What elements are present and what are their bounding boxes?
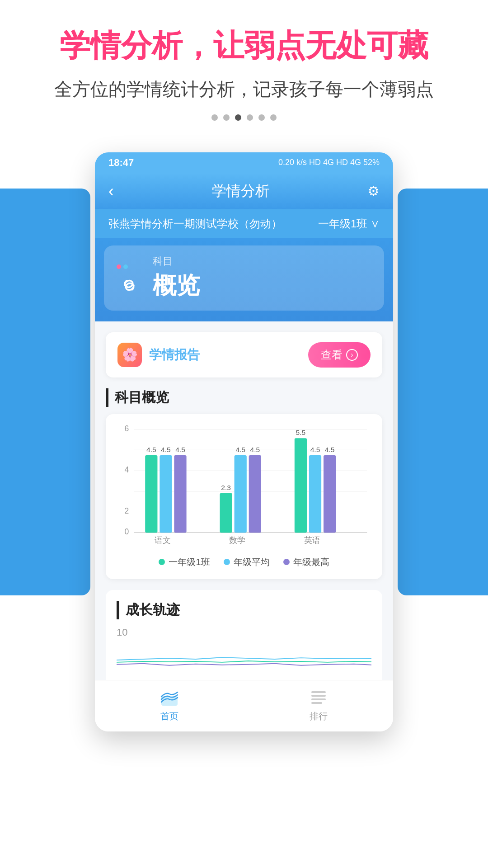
legend-item-2: 年级平均 xyxy=(224,556,270,568)
svg-rect-18 xyxy=(220,493,232,533)
report-left: 🌸 学情报告 xyxy=(117,343,200,367)
view-report-button[interactable]: 查看 › xyxy=(308,342,371,368)
legend-item-1: 一年级1班 xyxy=(159,556,210,568)
svg-text:2: 2 xyxy=(125,506,129,515)
svg-text:4.5: 4.5 xyxy=(310,446,320,453)
nav-label-home: 首页 xyxy=(160,710,178,722)
svg-rect-12 xyxy=(160,455,172,533)
status-time: 18:47 xyxy=(108,157,134,169)
report-title: 学情报告 xyxy=(149,346,200,363)
phone-frame: 18:47 0.20 k/s HD 4G HD 4G 52% ‹ 学情分析 ⚙ … xyxy=(95,152,393,731)
svg-text:6: 6 xyxy=(125,425,129,433)
status-icons: 0.20 k/s HD 4G HD 4G 52% xyxy=(278,158,380,167)
dot-2 xyxy=(223,114,230,121)
view-btn-label: 查看 xyxy=(321,348,343,362)
svg-text:2.3: 2.3 xyxy=(221,484,231,491)
view-btn-arrow-icon: › xyxy=(346,349,358,361)
svg-text:4.5: 4.5 xyxy=(161,446,171,453)
promo-title: 学情分析，让弱点无处可藏 xyxy=(18,27,470,64)
svg-rect-11 xyxy=(145,455,157,533)
header-title: 学情分析 xyxy=(212,181,270,201)
svg-text:4.5: 4.5 xyxy=(146,446,156,453)
blue-bg-left xyxy=(0,189,90,595)
svg-rect-35 xyxy=(311,698,326,700)
subject-tab-area: 科目 概览 xyxy=(95,238,393,321)
growth-y-label: 10 xyxy=(117,627,371,638)
blue-bg-right xyxy=(398,189,488,595)
bottom-spacer xyxy=(0,731,488,768)
subject-small-label: 科目 xyxy=(153,255,371,268)
svg-text:英语: 英语 xyxy=(304,535,320,544)
dot-4 xyxy=(247,114,253,121)
subject-big-label: 概览 xyxy=(153,270,371,302)
flower-icon: 🌸 xyxy=(117,343,142,367)
svg-rect-13 xyxy=(174,455,186,533)
svg-text:4.5: 4.5 xyxy=(235,446,245,453)
legend-label-3: 年级最高 xyxy=(293,556,329,568)
svg-text:4.5: 4.5 xyxy=(325,446,335,453)
subject-label-wrap: 科目 概览 xyxy=(153,255,371,302)
svg-text:4: 4 xyxy=(125,465,129,474)
nav-label-rank: 排行 xyxy=(310,710,328,722)
svg-rect-26 xyxy=(309,455,321,533)
content-area: 🌸 学情报告 查看 › 科目概览 xyxy=(95,321,393,680)
chart-legend: 一年级1班 年级平均 年级最高 xyxy=(117,556,371,568)
status-right-icons: 0.20 k/s HD 4G HD 4G 52% xyxy=(278,158,380,167)
svg-text:4.5: 4.5 xyxy=(175,446,185,453)
legend-dot-3 xyxy=(283,559,290,565)
subject-overview-section: 科目概览 6 4 2 0 xyxy=(106,388,382,579)
svg-text:5.5: 5.5 xyxy=(296,429,306,436)
bottom-nav: 首页 排行 xyxy=(95,680,393,731)
nav-item-home[interactable]: 首页 xyxy=(160,688,179,722)
growth-chart-svg xyxy=(117,642,371,678)
home-icon xyxy=(160,688,179,708)
svg-text:数学: 数学 xyxy=(229,535,245,544)
app-header: ‹ 学情分析 ⚙ xyxy=(95,173,393,209)
report-card: 🌸 学情报告 查看 › xyxy=(106,332,382,377)
svg-text:4.5: 4.5 xyxy=(250,446,260,453)
school-name: 张燕学情分析一期测试学校（勿动） xyxy=(108,217,282,231)
legend-label-1: 一年级1班 xyxy=(169,556,210,568)
svg-rect-20 xyxy=(249,455,261,533)
svg-rect-36 xyxy=(311,702,322,704)
back-button[interactable]: ‹ xyxy=(108,182,114,201)
legend-dot-1 xyxy=(159,559,165,565)
school-bar: 张燕学情分析一期测试学校（勿动） 一年级1班 ∨ xyxy=(95,209,393,238)
svg-text:语文: 语文 xyxy=(155,535,171,544)
subject-dots xyxy=(117,264,144,269)
dot-1 xyxy=(211,114,218,121)
settings-button[interactable]: ⚙ xyxy=(367,183,380,199)
class-selector[interactable]: 一年级1班 ∨ xyxy=(318,217,380,231)
dot-3 xyxy=(235,114,241,121)
dot-5 xyxy=(258,114,265,121)
dot-pink xyxy=(117,264,121,269)
dots-row xyxy=(18,114,470,121)
subject-icon-wrap xyxy=(117,264,144,292)
rank-icon xyxy=(309,688,328,708)
promo-subtitle: 全方位的学情统计分析，记录孩子每一个薄弱点 xyxy=(18,77,470,102)
legend-dot-2 xyxy=(224,559,230,565)
subject-card[interactable]: 科目 概览 xyxy=(104,245,384,311)
svg-rect-33 xyxy=(311,691,326,693)
growth-section: 成长轨迹 10 xyxy=(106,590,382,680)
nav-item-rank[interactable]: 排行 xyxy=(309,688,328,722)
svg-rect-19 xyxy=(235,455,247,533)
legend-label-2: 年级平均 xyxy=(234,556,270,568)
svg-rect-27 xyxy=(324,455,336,533)
bar-chart-svg: 6 4 2 0 4.5 4.5 4.5 xyxy=(117,425,371,548)
phone-mockup-wrapper: 18:47 0.20 k/s HD 4G HD 4G 52% ‹ 学情分析 ⚙ … xyxy=(0,152,488,731)
dot-6 xyxy=(270,114,277,121)
dot-blue xyxy=(123,264,128,269)
loop-icon xyxy=(117,273,142,298)
growth-title: 成长轨迹 xyxy=(117,601,371,619)
chart-container: 6 4 2 0 4.5 4.5 4.5 xyxy=(106,414,382,579)
legend-item-3: 年级最高 xyxy=(283,556,329,568)
svg-rect-34 xyxy=(311,695,326,697)
svg-text:0: 0 xyxy=(125,527,129,536)
promo-section: 学情分析，让弱点无处可藏 全方位的学情统计分析，记录孩子每一个薄弱点 xyxy=(0,0,488,152)
svg-rect-25 xyxy=(295,438,307,533)
subject-overview-title: 科目概览 xyxy=(106,388,382,407)
status-bar: 18:47 0.20 k/s HD 4G HD 4G 52% xyxy=(95,152,393,173)
